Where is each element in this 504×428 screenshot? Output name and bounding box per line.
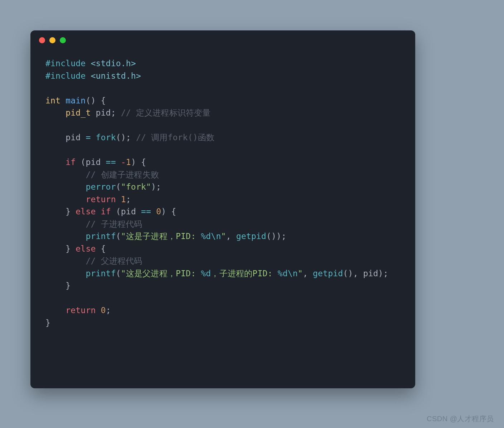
close-icon[interactable] <box>39 37 45 43</box>
zoom-icon[interactable] <box>60 37 66 43</box>
minimize-icon[interactable] <box>49 37 55 43</box>
canvas: #include <stdio.h> #include <unistd.h> i… <box>0 0 504 428</box>
titlebar <box>30 30 415 50</box>
code-block: #include <stdio.h> #include <unistd.h> i… <box>30 50 415 329</box>
watermark: CSDN @人才程序员 <box>427 414 494 424</box>
code-window: #include <stdio.h> #include <unistd.h> i… <box>30 30 415 388</box>
